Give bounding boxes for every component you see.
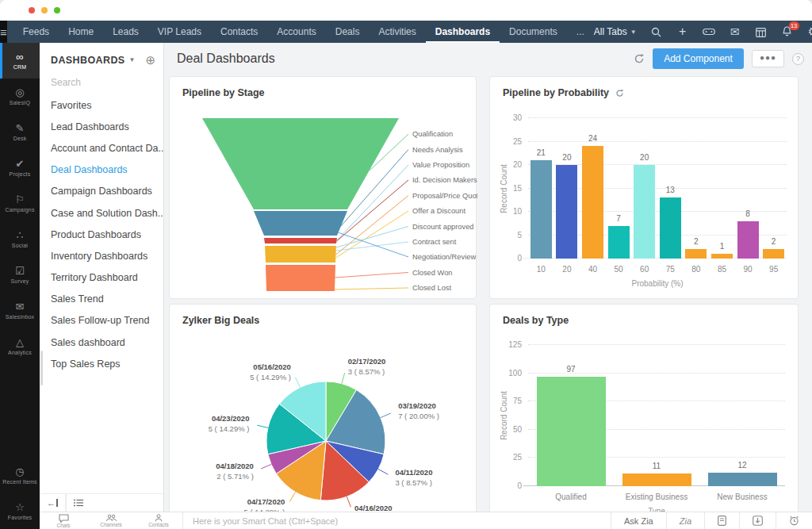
- tab-home[interactable]: Home: [59, 21, 103, 43]
- funnel-segment[interactable]: [254, 211, 347, 236]
- sidebar-item-salesiq[interactable]: ◎SalesIQ: [0, 79, 40, 114]
- funnel-segment[interactable]: [266, 265, 335, 291]
- sidebar-item-salesinbox[interactable]: ✉SalesInbox: [0, 293, 40, 328]
- tab-feeds[interactable]: Feeds: [13, 21, 59, 43]
- bar[interactable]: [582, 146, 603, 259]
- funnel-segment[interactable]: [265, 246, 336, 263]
- settings-gear-icon[interactable]: ⚙: [807, 25, 812, 38]
- bar-column[interactable]: 750: [608, 226, 630, 259]
- add-component-button[interactable]: Add Component: [653, 48, 744, 69]
- add-dashboard-icon[interactable]: ⊕: [145, 54, 155, 66]
- bar[interactable]: [634, 165, 655, 259]
- list-view-icon[interactable]: [66, 494, 90, 512]
- notifications-bell-icon[interactable]: 13: [781, 25, 794, 38]
- funnel-chart[interactable]: QualificationNeeds AnalysisValue Proposi…: [170, 107, 477, 297]
- search-icon[interactable]: [650, 25, 663, 38]
- dashboard-list-item[interactable]: Favorites: [40, 94, 163, 116]
- sidebar-item-recent[interactable]: ◷Recent Items: [0, 458, 40, 493]
- bar[interactable]: [708, 473, 777, 486]
- tab-leads[interactable]: Leads: [103, 21, 148, 43]
- chat-tab-chats[interactable]: Chats: [40, 512, 87, 529]
- calendar-icon[interactable]: [755, 25, 768, 38]
- notes-icon[interactable]: [704, 512, 739, 529]
- refresh-icon[interactable]: [615, 89, 624, 98]
- dashboard-list-item[interactable]: Sales dashboard: [40, 332, 163, 353]
- bar-column[interactable]: 280: [685, 249, 707, 259]
- sidebar-item-campaigns[interactable]: ⚐Campaigns: [0, 186, 40, 221]
- bar[interactable]: [763, 249, 784, 259]
- sidebar-item-favorites[interactable]: ☆Favorites: [0, 493, 40, 529]
- dashboard-list-item[interactable]: Lead Dashboards: [40, 116, 163, 137]
- tab-activities[interactable]: Activities: [369, 21, 425, 43]
- chat-tab-channels[interactable]: Channels: [87, 512, 135, 529]
- bar[interactable]: [685, 249, 707, 259]
- chevron-down-icon[interactable]: ▼: [129, 56, 136, 63]
- mail-icon[interactable]: ✉: [729, 25, 741, 38]
- collapse-nav-button[interactable]: ≡: [0, 21, 7, 43]
- all-tabs-dropdown[interactable]: All Tabs ▼: [594, 26, 637, 37]
- minimize-window-icon[interactable]: [41, 7, 48, 13]
- tab-dashboards[interactable]: Dashboards: [426, 21, 500, 43]
- sidebar-item-crm[interactable]: ∞CRM: [0, 43, 40, 79]
- sidebar-item-social[interactable]: ∴Social: [0, 221, 40, 257]
- dashboard-list-item[interactable]: Product Dashboards: [40, 224, 163, 245]
- reminder-clock-icon[interactable]: [776, 512, 812, 529]
- sidebar-item-desk[interactable]: ✎Desk: [0, 114, 40, 150]
- tab-vip-leads[interactable]: VIP Leads: [148, 21, 211, 43]
- help-icon[interactable]: ?: [792, 53, 804, 65]
- dashboard-list-item[interactable]: Campaign Dashboards: [40, 181, 163, 202]
- bar-column[interactable]: 185: [711, 254, 733, 259]
- quick-add-icon[interactable]: +: [676, 25, 689, 38]
- funnel-segment[interactable]: [202, 118, 399, 209]
- bar-column[interactable]: 2060: [634, 165, 655, 259]
- download-icon[interactable]: [739, 512, 776, 529]
- dashboard-list-item[interactable]: Sales Follow-up Trend: [40, 310, 163, 332]
- dashboard-search-input[interactable]: [51, 77, 146, 88]
- tab-deals[interactable]: Deals: [326, 21, 370, 43]
- bar-column[interactable]: 1375: [660, 197, 681, 259]
- dashboard-list-item[interactable]: Top Sales Reps: [40, 353, 163, 374]
- bar[interactable]: [737, 221, 759, 259]
- smart-chat-input[interactable]: Here is your Smart Chat (Ctrl+Space): [183, 512, 611, 529]
- ask-zia-button[interactable]: Ask Zia: [611, 512, 666, 529]
- panel-scrollbar[interactable]: [40, 351, 43, 385]
- window-controls[interactable]: [29, 7, 60, 13]
- close-window-icon[interactable]: [29, 7, 35, 13]
- collapse-panel-icon[interactable]: ←: [40, 494, 66, 512]
- bar[interactable]: [530, 160, 552, 259]
- maximize-window-icon[interactable]: [54, 7, 60, 13]
- bar[interactable]: [556, 165, 577, 259]
- tab-accounts[interactable]: Accounts: [267, 21, 325, 43]
- sidebar-item-survey[interactable]: ☑Survey: [0, 257, 40, 293]
- dashboard-list-item[interactable]: Account and Contact Da...: [40, 137, 163, 159]
- funnel-segment[interactable]: [264, 238, 337, 243]
- tab--[interactable]: ...: [567, 21, 594, 43]
- tab-documents[interactable]: Documents: [500, 21, 567, 43]
- bar-column[interactable]: 890: [737, 221, 759, 259]
- bar-column[interactable]: 11Existing Business: [622, 473, 691, 486]
- gamescope-icon[interactable]: [703, 25, 715, 38]
- bar-column[interactable]: 295: [763, 249, 784, 259]
- sidebar-item-analytics[interactable]: △Analytics: [0, 328, 40, 364]
- bar[interactable]: [537, 377, 606, 486]
- bar-column[interactable]: 97Qualified: [537, 377, 606, 486]
- dashboard-list-item[interactable]: Territory Dashboard: [40, 267, 163, 289]
- dashboard-list-item[interactable]: Inventory Dashboards: [40, 245, 163, 266]
- bar-column[interactable]: 12New Business: [708, 473, 777, 486]
- tab-contacts[interactable]: Contacts: [211, 21, 267, 43]
- bar[interactable]: [608, 226, 630, 259]
- dashboard-list-item[interactable]: Deal Dashboards: [40, 159, 163, 181]
- bar-column[interactable]: 2440: [582, 146, 603, 259]
- refresh-icon[interactable]: [634, 53, 645, 64]
- bar[interactable]: [660, 197, 681, 259]
- bar-column[interactable]: 2020: [556, 165, 577, 259]
- sidebar-item-projects[interactable]: ✔Projects: [0, 150, 40, 186]
- chat-tab-contacts[interactable]: Contacts: [135, 512, 182, 529]
- zia-button[interactable]: Zia: [666, 512, 704, 529]
- more-options-button[interactable]: ●●●: [752, 50, 784, 67]
- dashboard-list-item[interactable]: Sales Trend: [40, 289, 163, 310]
- dashboard-list-item[interactable]: Case and Solution Dash...: [40, 202, 163, 224]
- bar[interactable]: [711, 254, 733, 259]
- bar[interactable]: [622, 473, 691, 486]
- dashboards-panel-title[interactable]: DASHBOARDS: [51, 55, 125, 66]
